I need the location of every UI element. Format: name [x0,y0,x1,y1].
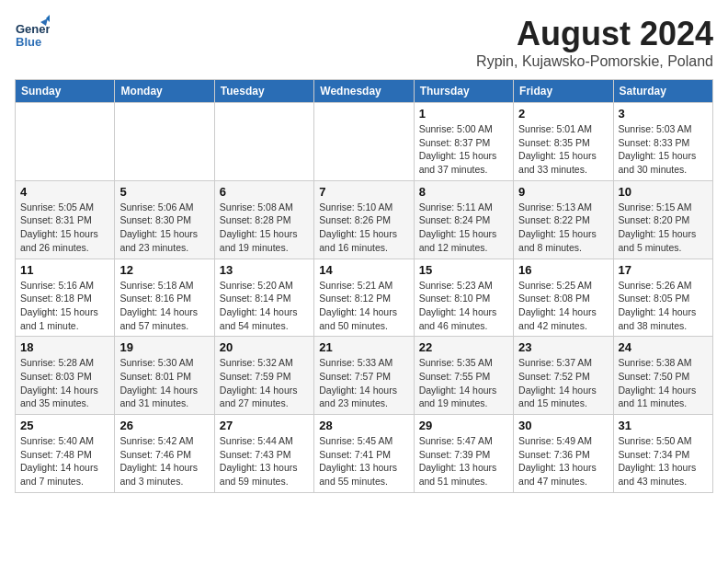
svg-text:Blue: Blue [16,35,41,49]
day-cell: 24Sunrise: 5:38 AMSunset: 7:50 PMDayligh… [613,337,712,415]
day-info: Sunrise: 5:05 AMSunset: 8:31 PMDaylight:… [20,201,109,255]
day-cell: 13Sunrise: 5:20 AMSunset: 8:14 PMDayligh… [214,259,313,337]
day-info: Sunrise: 5:15 AMSunset: 8:20 PMDaylight:… [619,201,708,255]
day-info: Sunrise: 5:37 AMSunset: 7:52 PMDaylight:… [518,356,608,410]
day-cell: 18Sunrise: 5:28 AMSunset: 8:03 PMDayligh… [16,337,115,415]
day-number: 1 [419,107,508,121]
day-number: 22 [419,340,508,354]
day-info: Sunrise: 5:21 AMSunset: 8:12 PMDaylight:… [319,279,408,333]
day-info: Sunrise: 5:50 AMSunset: 7:34 PMDaylight:… [619,434,708,488]
day-cell: 7Sunrise: 5:10 AMSunset: 8:26 PMDaylight… [314,180,414,259]
day-number: 16 [518,263,608,277]
day-cell: 30Sunrise: 5:49 AMSunset: 7:36 PMDayligh… [514,415,613,493]
day-info: Sunrise: 5:35 AMSunset: 7:55 PMDaylight:… [419,356,508,410]
day-number: 13 [220,263,309,277]
day-cell: 23Sunrise: 5:37 AMSunset: 7:52 PMDayligh… [514,337,613,415]
day-number: 2 [518,107,608,121]
day-cell: 26Sunrise: 5:42 AMSunset: 7:46 PMDayligh… [115,415,214,493]
day-cell [314,103,414,181]
day-info: Sunrise: 5:25 AMSunset: 8:08 PMDaylight:… [518,279,608,333]
weekday-header-wednesday: Wednesday [314,80,414,103]
day-cell: 11Sunrise: 5:16 AMSunset: 8:18 PMDayligh… [16,259,115,337]
day-cell: 3Sunrise: 5:03 AMSunset: 8:33 PMDaylight… [613,103,712,181]
day-info: Sunrise: 5:33 AMSunset: 7:57 PMDaylight:… [319,356,408,410]
day-info: Sunrise: 5:26 AMSunset: 8:05 PMDaylight:… [619,279,708,333]
day-number: 14 [319,263,408,277]
week-row-3: 11Sunrise: 5:16 AMSunset: 8:18 PMDayligh… [16,259,713,337]
day-cell [16,103,115,181]
day-number: 25 [20,419,109,432]
page-header: General Blue August 2024 Rypin, Kujawsko… [15,15,713,70]
day-number: 9 [518,185,608,199]
week-row-4: 18Sunrise: 5:28 AMSunset: 8:03 PMDayligh… [16,337,713,415]
day-number: 8 [419,185,508,199]
day-info: Sunrise: 5:08 AMSunset: 8:28 PMDaylight:… [220,201,309,255]
day-number: 23 [518,340,608,354]
day-number: 6 [220,185,309,199]
day-cell: 27Sunrise: 5:44 AMSunset: 7:43 PMDayligh… [214,415,313,493]
day-cell: 16Sunrise: 5:25 AMSunset: 8:08 PMDayligh… [514,259,613,337]
month-title: August 2024 [476,15,713,53]
day-number: 7 [319,185,408,199]
day-number: 21 [319,340,408,354]
day-cell: 21Sunrise: 5:33 AMSunset: 7:57 PMDayligh… [314,337,414,415]
day-info: Sunrise: 5:32 AMSunset: 7:59 PMDaylight:… [220,356,309,410]
day-number: 5 [119,185,209,199]
day-number: 30 [518,419,608,432]
day-info: Sunrise: 5:47 AMSunset: 7:39 PMDaylight:… [419,434,508,488]
day-info: Sunrise: 5:11 AMSunset: 8:24 PMDaylight:… [419,201,508,255]
calendar-table: SundayMondayTuesdayWednesdayThursdayFrid… [15,79,713,493]
day-info: Sunrise: 5:28 AMSunset: 8:03 PMDaylight:… [20,356,109,410]
day-info: Sunrise: 5:01 AMSunset: 8:35 PMDaylight:… [518,122,608,177]
day-cell: 8Sunrise: 5:11 AMSunset: 8:24 PMDaylight… [414,180,513,259]
day-info: Sunrise: 5:13 AMSunset: 8:22 PMDaylight:… [518,201,608,255]
day-cell: 12Sunrise: 5:18 AMSunset: 8:16 PMDayligh… [115,259,214,337]
week-row-2: 4Sunrise: 5:05 AMSunset: 8:31 PMDaylight… [16,180,713,259]
day-info: Sunrise: 5:06 AMSunset: 8:30 PMDaylight:… [119,201,209,255]
day-number: 26 [119,419,209,432]
day-info: Sunrise: 5:23 AMSunset: 8:10 PMDaylight:… [419,279,508,333]
weekday-header-sunday: Sunday [16,80,115,103]
weekday-header-row: SundayMondayTuesdayWednesdayThursdayFrid… [16,80,713,103]
title-block: August 2024 Rypin, Kujawsko-Pomorskie, P… [476,15,713,70]
day-number: 18 [20,340,109,354]
day-cell: 28Sunrise: 5:45 AMSunset: 7:41 PMDayligh… [314,415,414,493]
day-info: Sunrise: 5:03 AMSunset: 8:33 PMDaylight:… [619,122,708,177]
day-info: Sunrise: 5:00 AMSunset: 8:37 PMDaylight:… [419,122,508,177]
day-info: Sunrise: 5:18 AMSunset: 8:16 PMDaylight:… [119,279,209,333]
weekday-header-thursday: Thursday [414,80,513,103]
day-number: 10 [619,185,708,199]
day-cell: 29Sunrise: 5:47 AMSunset: 7:39 PMDayligh… [414,415,513,493]
day-cell: 20Sunrise: 5:32 AMSunset: 7:59 PMDayligh… [214,337,313,415]
day-info: Sunrise: 5:40 AMSunset: 7:48 PMDaylight:… [20,434,109,488]
day-cell: 14Sunrise: 5:21 AMSunset: 8:12 PMDayligh… [314,259,414,337]
weekday-header-tuesday: Tuesday [214,80,313,103]
day-cell: 5Sunrise: 5:06 AMSunset: 8:30 PMDaylight… [115,180,214,259]
day-number: 12 [119,263,209,277]
day-number: 4 [20,185,109,199]
day-cell: 17Sunrise: 5:26 AMSunset: 8:05 PMDayligh… [613,259,712,337]
day-number: 15 [419,263,508,277]
week-row-5: 25Sunrise: 5:40 AMSunset: 7:48 PMDayligh… [16,415,713,493]
day-number: 3 [619,107,708,121]
day-info: Sunrise: 5:10 AMSunset: 8:26 PMDaylight:… [319,201,408,255]
day-info: Sunrise: 5:44 AMSunset: 7:43 PMDaylight:… [220,434,309,488]
day-number: 11 [20,263,109,277]
weekday-header-monday: Monday [115,80,214,103]
day-number: 19 [119,340,209,354]
weekday-header-friday: Friday [514,80,613,103]
day-cell: 31Sunrise: 5:50 AMSunset: 7:34 PMDayligh… [613,415,712,493]
logo-icon: General Blue [15,15,50,50]
day-cell: 10Sunrise: 5:15 AMSunset: 8:20 PMDayligh… [613,180,712,259]
day-number: 27 [220,419,309,432]
weekday-header-saturday: Saturday [613,80,712,103]
day-number: 17 [619,263,708,277]
logo: General Blue [15,15,50,50]
day-info: Sunrise: 5:16 AMSunset: 8:18 PMDaylight:… [20,279,109,333]
day-number: 24 [619,340,708,354]
day-cell: 15Sunrise: 5:23 AMSunset: 8:10 PMDayligh… [414,259,513,337]
day-cell: 4Sunrise: 5:05 AMSunset: 8:31 PMDaylight… [16,180,115,259]
day-cell [115,103,214,181]
day-info: Sunrise: 5:30 AMSunset: 8:01 PMDaylight:… [119,356,209,410]
location-title: Rypin, Kujawsko-Pomorskie, Poland [476,53,713,70]
